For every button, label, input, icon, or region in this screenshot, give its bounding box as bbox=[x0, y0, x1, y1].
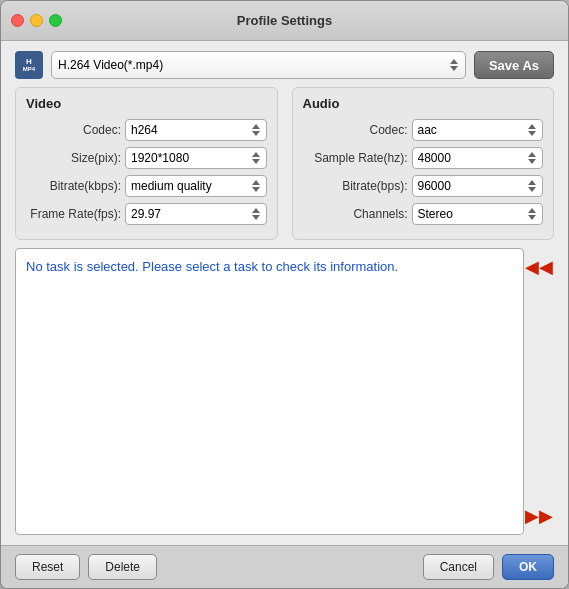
forward-button[interactable]: ▶▶ bbox=[525, 507, 553, 525]
footer-right: Cancel OK bbox=[423, 554, 554, 580]
traffic-lights bbox=[11, 14, 62, 27]
channels-select[interactable]: Stereo bbox=[412, 203, 544, 225]
samplerate-select-wrapper: 48000 bbox=[412, 147, 544, 169]
profile-settings-window: Profile Settings H MP4 H.264 Video(*.mp4… bbox=[0, 0, 569, 589]
size-row: Size(pix): 1920*1080 bbox=[26, 147, 267, 169]
main-left: No task is selected. Please select a tas… bbox=[15, 248, 524, 535]
bitrate-row: Bitrate(kbps): medium quality bbox=[26, 175, 267, 197]
footer-left: Reset Delete bbox=[15, 554, 157, 580]
audio-bitrate-select[interactable]: 96000 bbox=[412, 175, 544, 197]
profile-select-wrapper: H.264 Video(*.mp4) bbox=[51, 51, 466, 79]
ok-button[interactable]: OK bbox=[502, 554, 554, 580]
maximize-button[interactable] bbox=[49, 14, 62, 27]
audio-bitrate-label: Bitrate(bps): bbox=[303, 179, 408, 193]
audio-codec-select-wrapper: aac bbox=[412, 119, 544, 141]
codec-select-wrapper: h264 bbox=[125, 119, 267, 141]
size-select-wrapper: 1920*1080 bbox=[125, 147, 267, 169]
audio-codec-select[interactable]: aac bbox=[412, 119, 544, 141]
audio-codec-row: Codec: aac bbox=[303, 119, 544, 141]
codec-row: Codec: h264 bbox=[26, 119, 267, 141]
size-select[interactable]: 1920*1080 bbox=[125, 147, 267, 169]
profile-select[interactable]: H.264 Video(*.mp4) bbox=[51, 51, 466, 79]
save-as-button[interactable]: Save As bbox=[474, 51, 554, 79]
channels-label: Channels: bbox=[303, 207, 408, 221]
icon-mp4: MP4 bbox=[23, 66, 35, 72]
video-panel: Video Codec: h264 Size(pix): bbox=[15, 87, 278, 240]
video-panel-title: Video bbox=[26, 96, 267, 111]
framerate-label: Frame Rate(fps): bbox=[26, 207, 121, 221]
samplerate-select[interactable]: 48000 bbox=[412, 147, 544, 169]
audio-panel: Audio Codec: aac Sample Rate(hz): bbox=[292, 87, 555, 240]
codec-label: Codec: bbox=[26, 123, 121, 137]
info-message: No task is selected. Please select a tas… bbox=[26, 259, 513, 274]
settings-panels: Video Codec: h264 Size(pix): bbox=[15, 87, 554, 240]
rewind-button[interactable]: ◀◀ bbox=[525, 258, 553, 276]
delete-button[interactable]: Delete bbox=[88, 554, 157, 580]
framerate-select-wrapper: 29.97 bbox=[125, 203, 267, 225]
top-bar: H MP4 H.264 Video(*.mp4) Save As bbox=[15, 51, 554, 79]
profile-format-icon: H MP4 bbox=[15, 51, 43, 79]
bitrate-select[interactable]: medium quality bbox=[125, 175, 267, 197]
cancel-button[interactable]: Cancel bbox=[423, 554, 494, 580]
titlebar: Profile Settings bbox=[1, 1, 568, 41]
info-box: No task is selected. Please select a tas… bbox=[15, 248, 524, 535]
codec-select[interactable]: h264 bbox=[125, 119, 267, 141]
main-content: H MP4 H.264 Video(*.mp4) Save As Video bbox=[1, 41, 568, 545]
samplerate-row: Sample Rate(hz): 48000 bbox=[303, 147, 544, 169]
channels-select-wrapper: Stereo bbox=[412, 203, 544, 225]
reset-button[interactable]: Reset bbox=[15, 554, 80, 580]
samplerate-label: Sample Rate(hz): bbox=[303, 151, 408, 165]
bitrate-select-wrapper: medium quality bbox=[125, 175, 267, 197]
close-button[interactable] bbox=[11, 14, 24, 27]
side-controls: ◀◀ ▶▶ bbox=[524, 248, 554, 535]
window-title: Profile Settings bbox=[237, 13, 332, 28]
audio-codec-label: Codec: bbox=[303, 123, 408, 137]
framerate-row: Frame Rate(fps): 29.97 bbox=[26, 203, 267, 225]
size-label: Size(pix): bbox=[26, 151, 121, 165]
audio-bitrate-row: Bitrate(bps): 96000 bbox=[303, 175, 544, 197]
main-area: No task is selected. Please select a tas… bbox=[15, 248, 554, 535]
minimize-button[interactable] bbox=[30, 14, 43, 27]
audio-panel-title: Audio bbox=[303, 96, 544, 111]
icon-h: H bbox=[26, 58, 32, 66]
channels-row: Channels: Stereo bbox=[303, 203, 544, 225]
framerate-select[interactable]: 29.97 bbox=[125, 203, 267, 225]
audio-bitrate-select-wrapper: 96000 bbox=[412, 175, 544, 197]
footer: Reset Delete Cancel OK bbox=[1, 545, 568, 588]
bitrate-label: Bitrate(kbps): bbox=[26, 179, 121, 193]
